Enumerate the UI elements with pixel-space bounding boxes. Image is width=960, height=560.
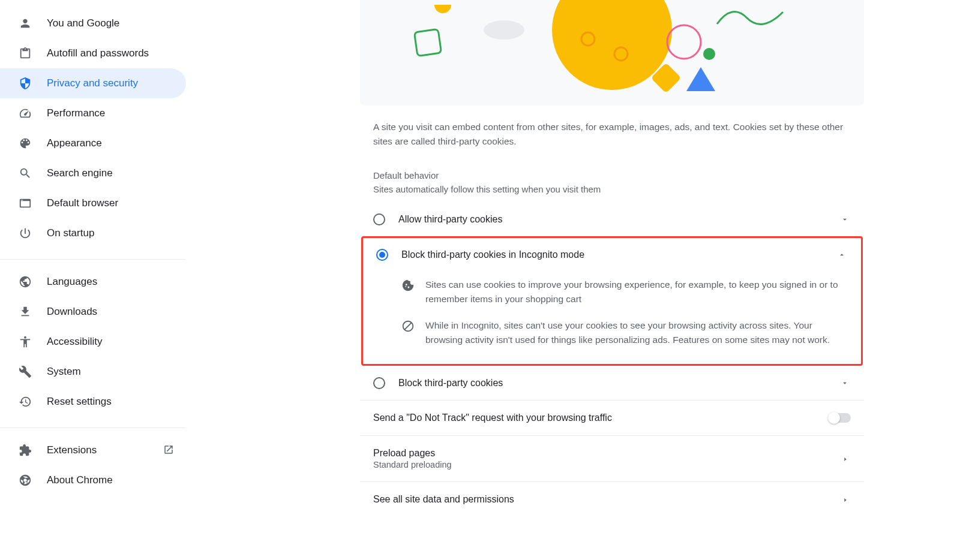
sidebar-item-label: Autofill and passwords — [47, 47, 149, 59]
settings-sidebar: You and Google Autofill and passwords Pr… — [0, 0, 186, 560]
sidebar-item-privacy[interactable]: Privacy and security — [0, 68, 186, 98]
sidebar-item-label: On startup — [47, 227, 94, 239]
main-content: A site you visit can embed content from … — [186, 0, 960, 560]
sidebar-item-extensions[interactable]: Extensions — [0, 435, 186, 465]
svg-point-7 — [703, 48, 715, 60]
sidebar-item-performance[interactable]: Performance — [0, 98, 186, 128]
sidebar-item-label: You and Google — [47, 17, 119, 29]
sidebar-item-languages[interactable]: Languages — [0, 267, 186, 297]
sidebar-item-system[interactable]: System — [0, 357, 186, 387]
explain-item: Sites can use cookies to improve your br… — [401, 272, 848, 312]
clipboard-icon — [18, 46, 32, 61]
wrench-icon — [18, 365, 32, 379]
svg-rect-8 — [651, 63, 682, 94]
sidebar-item-label: About Chrome — [47, 474, 113, 486]
svg-rect-4 — [414, 29, 441, 56]
sidebar-item-label: Accessibility — [47, 336, 103, 348]
explain-item: While in Incognito, sites can't use your… — [401, 312, 848, 353]
sidebar-item-label: Search engine — [47, 167, 113, 179]
sidebar-item-you-and-google[interactable]: You and Google — [0, 8, 186, 38]
option-allow-third-party[interactable]: Allow third-party cookies — [360, 203, 864, 236]
chevron-right-icon — [842, 454, 851, 463]
sidebar-item-reset[interactable]: Reset settings — [0, 387, 186, 417]
open-in-new-icon — [163, 444, 175, 456]
sidebar-item-label: Extensions — [47, 444, 97, 456]
radio-unchecked-icon — [373, 213, 385, 225]
chevron-up-icon[interactable] — [836, 249, 848, 261]
chevron-down-icon[interactable] — [839, 213, 851, 225]
setting-label: Preload pages — [373, 448, 842, 459]
radio-unchecked-icon — [373, 377, 385, 389]
block-icon — [401, 320, 415, 333]
svg-point-5 — [484, 20, 524, 40]
sidebar-item-about[interactable]: About Chrome — [0, 465, 186, 495]
option-label: Block third-party cookies in Incognito m… — [401, 249, 836, 260]
palette-icon — [18, 136, 32, 150]
option-label: Allow third-party cookies — [398, 214, 839, 225]
sidebar-divider — [0, 427, 186, 428]
download-icon — [18, 305, 32, 319]
cookies-description: A site you visit can embed content from … — [360, 106, 864, 149]
setting-preload-pages[interactable]: Preload pages Standard preloading — [360, 435, 864, 481]
sidebar-item-default-browser[interactable]: Default browser — [0, 188, 186, 218]
sidebar-item-appearance[interactable]: Appearance — [0, 128, 186, 158]
sidebar-item-downloads[interactable]: Downloads — [0, 297, 186, 327]
hero-illustration — [360, 0, 864, 106]
sidebar-item-label: System — [47, 366, 81, 378]
setting-label: See all site data and permissions — [373, 494, 842, 505]
power-icon — [18, 226, 32, 240]
radio-checked-icon — [376, 249, 388, 261]
setting-do-not-track[interactable]: Send a "Do Not Track" request with your … — [360, 400, 864, 435]
chrome-icon — [18, 473, 32, 487]
sidebar-item-search-engine[interactable]: Search engine — [0, 158, 186, 188]
sidebar-item-label: Languages — [47, 276, 97, 288]
chevron-right-icon — [842, 495, 851, 504]
explain-text: Sites can use cookies to improve your br… — [425, 278, 848, 306]
default-behavior-title: Default behavior — [360, 149, 864, 184]
sidebar-item-label: Performance — [47, 107, 105, 119]
sidebar-item-label: Reset settings — [47, 396, 112, 408]
svg-marker-9 — [686, 67, 715, 91]
cookie-icon — [401, 279, 415, 292]
svg-point-6 — [667, 25, 701, 59]
sidebar-item-label: Default browser — [47, 197, 118, 209]
chevron-down-icon[interactable] — [839, 377, 851, 389]
sidebar-item-accessibility[interactable]: Accessibility — [0, 327, 186, 357]
extension-icon — [18, 443, 32, 457]
person-icon — [18, 16, 32, 31]
toggle-off[interactable] — [829, 413, 851, 423]
browser-icon — [18, 196, 32, 210]
setting-see-all-site-data[interactable]: See all site data and permissions — [360, 481, 864, 517]
setting-label: Send a "Do Not Track" request with your … — [373, 413, 829, 423]
setting-sublabel: Standard preloading — [373, 460, 842, 469]
sidebar-item-autofill[interactable]: Autofill and passwords — [0, 38, 186, 68]
sidebar-item-label: Privacy and security — [47, 77, 138, 89]
shield-icon — [18, 76, 32, 91]
option-block-incognito[interactable]: Block third-party cookies in Incognito m… — [363, 238, 861, 272]
default-behavior-subtitle: Sites automatically follow this setting … — [360, 184, 864, 203]
highlighted-option: Block third-party cookies in Incognito m… — [361, 236, 863, 366]
option-label: Block third-party cookies — [398, 378, 839, 389]
explain-text: While in Incognito, sites can't use your… — [425, 318, 848, 347]
sidebar-item-on-startup[interactable]: On startup — [0, 218, 186, 248]
globe-icon — [18, 275, 32, 289]
sidebar-item-label: Appearance — [47, 137, 102, 149]
accessibility-icon — [18, 335, 32, 349]
restore-icon — [18, 395, 32, 409]
option-block-third-party[interactable]: Block third-party cookies — [360, 366, 864, 400]
sidebar-item-label: Downloads — [47, 306, 97, 318]
sidebar-divider — [0, 259, 186, 260]
speed-icon — [18, 106, 32, 121]
search-icon — [18, 166, 32, 180]
